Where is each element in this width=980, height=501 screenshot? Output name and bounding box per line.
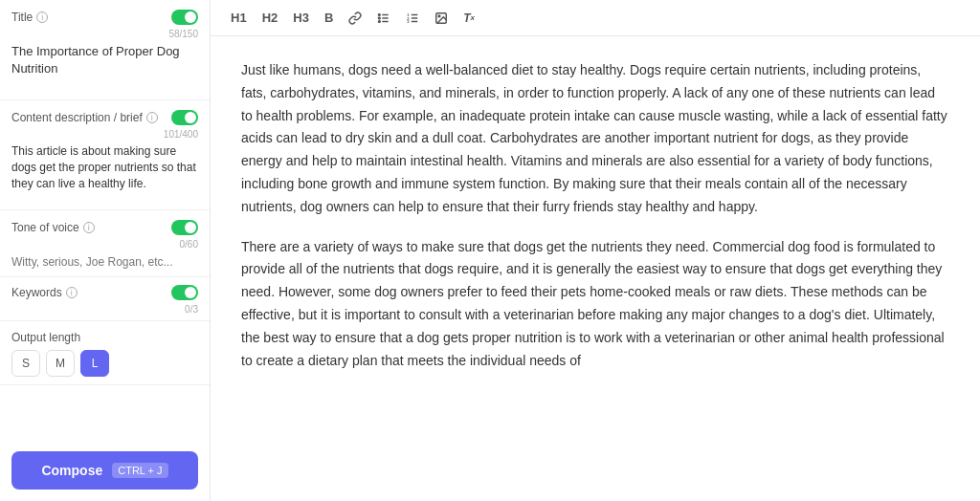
tone-section: Tone of voice i 0/60	[0, 210, 210, 277]
ordered-list-button[interactable]: 123	[401, 9, 424, 28]
compose-shortcut: CTRL + J	[112, 463, 167, 478]
compose-label: Compose	[41, 463, 102, 478]
keywords-toggle[interactable]	[171, 285, 198, 300]
content-paragraph-2: There are a variety of ways to make sure…	[241, 236, 949, 373]
ol-icon: 123	[406, 11, 419, 25]
link-button[interactable]	[344, 9, 367, 28]
compose-section: Compose CTRL + J	[0, 440, 210, 501]
ul-icon	[377, 11, 390, 25]
title-char-count: 58/150	[11, 29, 198, 39]
keywords-char-count: 0/3	[11, 304, 198, 315]
image-button[interactable]	[430, 9, 453, 28]
keywords-label: Keywords i	[11, 286, 78, 299]
right-panel: H1 H2 H3 B 123 Tx Just like humans, dogs…	[211, 0, 980, 501]
left-panel: Title i 58/150 The Importance of Proper …	[0, 0, 211, 501]
content-desc-char-count: 101/400	[11, 129, 198, 140]
link-icon	[348, 11, 362, 25]
size-btn-m[interactable]: M	[46, 350, 75, 377]
svg-point-13	[438, 15, 440, 17]
content-paragraph-1: Just like humans, dogs need a well-balan…	[241, 59, 949, 219]
title-input[interactable]: The Importance of Proper Dog Nutrition	[11, 43, 198, 91]
tone-char-count: 0/60	[11, 239, 198, 250]
content-desc-section: Content description / brief i 101/400 Th…	[0, 100, 210, 210]
h2-button[interactable]: H2	[257, 8, 283, 28]
clear-format-button[interactable]: Tx	[458, 9, 479, 28]
content-desc-label: Content description / brief i	[11, 111, 158, 124]
size-btn-s[interactable]: S	[11, 350, 40, 377]
svg-point-4	[379, 17, 381, 19]
content-desc-input[interactable]: This article is about making sure dogs g…	[11, 143, 198, 201]
size-btn-l[interactable]: L	[80, 350, 109, 377]
image-icon	[434, 11, 448, 25]
svg-text:3: 3	[407, 19, 410, 24]
svg-point-5	[379, 20, 381, 22]
content-desc-info-icon[interactable]: i	[146, 112, 158, 123]
bold-button[interactable]: B	[320, 8, 338, 28]
compose-button[interactable]: Compose CTRL + J	[11, 451, 198, 490]
content-desc-toggle[interactable]	[171, 110, 198, 125]
toolbar: H1 H2 H3 B 123 Tx	[211, 0, 980, 36]
svg-point-3	[379, 13, 381, 15]
tone-input[interactable]	[11, 253, 198, 271]
content-area: Just like humans, dogs need a well-balan…	[211, 36, 980, 501]
h1-button[interactable]: H1	[226, 8, 252, 28]
output-length-section: Output length S M L	[0, 321, 210, 385]
output-length-label: Output length	[11, 331, 198, 344]
tone-info-icon[interactable]: i	[83, 222, 95, 233]
title-header: Title i	[11, 10, 198, 25]
keywords-info-icon[interactable]: i	[66, 287, 78, 298]
title-label: Title i	[11, 11, 48, 24]
title-toggle[interactable]	[171, 10, 198, 25]
h3-button[interactable]: H3	[288, 8, 314, 28]
tone-toggle[interactable]	[171, 220, 198, 235]
keywords-section: Keywords i 0/3	[0, 277, 210, 321]
tone-header: Tone of voice i	[11, 220, 198, 235]
keywords-header: Keywords i	[11, 285, 198, 300]
size-buttons: S M L	[11, 350, 198, 377]
content-desc-header: Content description / brief i	[11, 110, 198, 125]
unordered-list-button[interactable]	[372, 9, 395, 28]
title-info-icon[interactable]: i	[36, 11, 48, 23]
tone-label: Tone of voice i	[11, 221, 95, 234]
title-section: Title i 58/150 The Importance of Proper …	[0, 0, 210, 100]
